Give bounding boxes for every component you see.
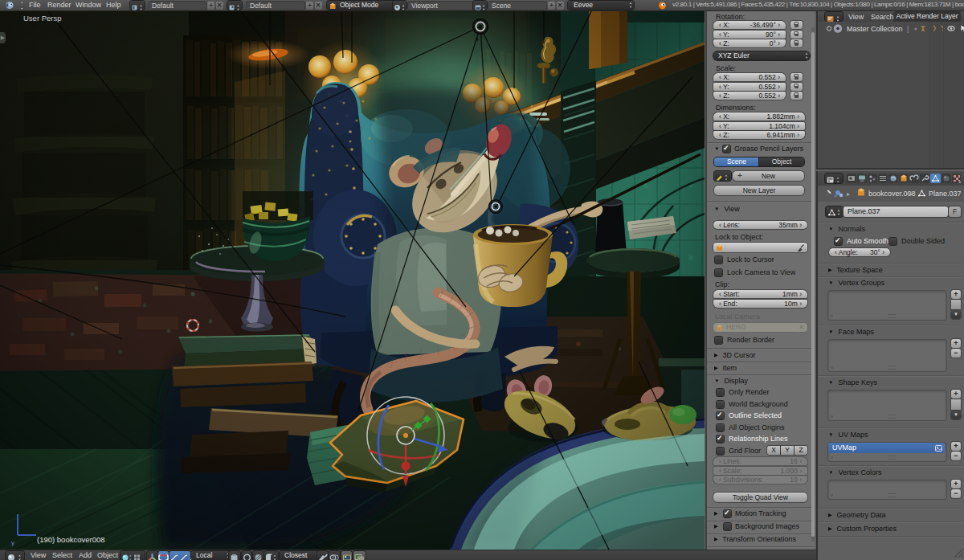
svg-text:Master Collection: Master Collection	[847, 25, 903, 33]
svg-text:|: |	[907, 25, 909, 33]
svg-text:▸: ▸	[847, 190, 850, 198]
svg-text:Plane.037: Plane.037	[929, 190, 961, 198]
svg-text:y: y	[11, 539, 14, 546]
svg-text:bookcover.008: bookcover.008	[868, 190, 916, 198]
svg-text:▸: ▸	[909, 190, 913, 198]
